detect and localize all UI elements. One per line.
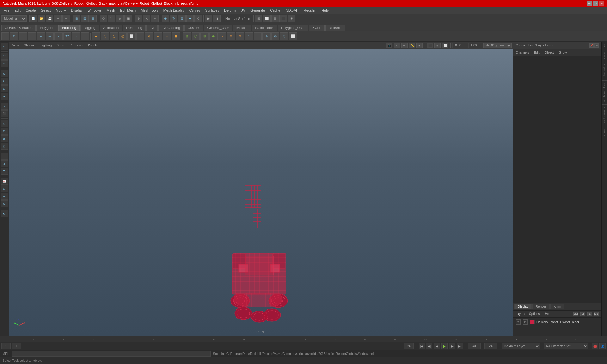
anim-layer-selector[interactable]: No Anim Layer [502, 343, 540, 349]
shelf-tab-curves-surfaces[interactable]: Curves / Surfaces [1, 25, 36, 31]
menu-3dtoall[interactable]: -3DtoAll- [283, 8, 301, 13]
save-scene-button[interactable]: 💾 [46, 15, 53, 22]
snap-to-view[interactable]: ▣ [124, 15, 132, 22]
select-tool[interactable]: ↖ [143, 15, 150, 22]
vp-menu-panels[interactable]: Panels [86, 43, 100, 48]
mel-input[interactable] [12, 351, 211, 357]
render-current[interactable]: ▶ [205, 15, 212, 22]
shelf-icon-bevel[interactable]: ⬡ [192, 32, 200, 40]
shade-button[interactable]: ⬜ [263, 15, 271, 22]
move-tool-btn[interactable]: ⊕ [1, 70, 8, 77]
vp-menu-lighting[interactable]: Lighting [39, 43, 53, 48]
playback-frame-input[interactable]: 48 [468, 343, 481, 349]
shelf-tab-fx[interactable]: FX [146, 25, 158, 31]
shelf-tab-polygons-user[interactable]: Polygons_User [278, 25, 308, 31]
wireframe-button[interactable]: ⊟ [271, 15, 279, 22]
shelf-tab-polygons[interactable]: Polygons [36, 25, 58, 31]
shelf-icon-mirror[interactable]: ⊣ [254, 32, 262, 40]
shelf-tab-general-user[interactable]: General_User [204, 25, 232, 31]
open-scene-button[interactable]: 📂 [38, 15, 45, 22]
play-back-btn[interactable]: ◀ [434, 343, 440, 349]
snap-to-grid[interactable]: ⊹ [100, 15, 107, 22]
shelf-icon-poly-torus[interactable]: ◎ [119, 32, 127, 40]
vp-menu-shading[interactable]: Shading [22, 43, 38, 48]
shelf-icon-poly-disc[interactable]: ○ [136, 32, 144, 40]
lasso-tool[interactable]: ⊹ [151, 15, 159, 22]
shelf-icon-separate[interactable]: ⊘ [271, 32, 279, 40]
vp-select-btn[interactable]: ↖ [394, 43, 400, 48]
menu-display[interactable]: Display [69, 8, 85, 13]
quick-layout-btn[interactable]: ⊹ [1, 153, 8, 160]
shelf-tab-rendering[interactable]: Rendering [123, 25, 146, 31]
display-tab-render[interactable]: Render [532, 304, 550, 309]
vp-grid-btn[interactable]: ⊞ [416, 43, 423, 48]
show-manip-btn[interactable]: ⬛ [1, 110, 8, 117]
lasso-tool-btn[interactable]: ⌒ [1, 53, 8, 60]
soft-select-btn[interactable]: ◎ [1, 103, 8, 110]
shelf-icon-bool-inter[interactable]: ⊗ [236, 32, 244, 40]
menu-generate[interactable]: Generate [248, 8, 267, 13]
shelf-icon-bool-union[interactable]: ⊎ [218, 32, 226, 40]
shelf-icon-curve6[interactable]: ⌤ [63, 32, 71, 40]
menu-mesh[interactable]: Mesh [104, 8, 118, 13]
shelf-icon-combine[interactable]: ⊕ [262, 32, 271, 40]
time-editor-btn[interactable]: ⊡ [1, 143, 8, 150]
menu-file[interactable]: File [1, 8, 12, 13]
step-forward-btn[interactable]: |▶ [449, 343, 455, 349]
layer-visibility-btn[interactable]: V [516, 319, 521, 325]
vp-menu-view[interactable]: View [10, 43, 21, 48]
shelf-tab-custom[interactable]: Custom [184, 25, 203, 31]
go-to-start-btn[interactable]: |◀ [419, 343, 425, 349]
right-strip-tool-settings[interactable]: Tool Settings [603, 105, 606, 125]
snap-to-point[interactable]: ⊕ [116, 15, 124, 22]
max-frame-input[interactable]: 24 [484, 343, 497, 349]
scale-tool[interactable]: ⊡ [178, 15, 186, 22]
workspace-selector[interactable]: Modeling [1, 15, 27, 22]
step-back-btn[interactable]: ◀| [426, 343, 432, 349]
shelf-icon-triangulate[interactable]: ▽ [280, 32, 288, 40]
undo-button[interactable]: ↩ [54, 15, 62, 22]
shelf-icon-extrude[interactable]: ⊞ [183, 32, 191, 40]
layer-forward-btn[interactable]: ▶ [587, 312, 592, 316]
vp-cam-btn[interactable]: 📷 [386, 43, 392, 48]
menu-uv[interactable]: UV [238, 8, 248, 13]
shelf-icon-smooth[interactable]: ⌂ [245, 32, 253, 40]
texture-button[interactable]: ⬛ [279, 15, 287, 22]
shelf-tab-fx-caching[interactable]: FX Caching [158, 25, 183, 31]
shelf-icon-poly-plane[interactable]: ⬜ [127, 32, 136, 40]
menu-surfaces[interactable]: Surfaces [203, 8, 222, 13]
viewport-3d[interactable]: persp X Y Z [9, 49, 513, 336]
shelf-tab-redshift[interactable]: Redshift [325, 25, 345, 31]
shelf-tab-muscle[interactable]: Muscle [233, 25, 251, 31]
move-tool[interactable]: ⊕ [162, 15, 169, 22]
menu-edit-mesh[interactable]: Edit Mesh [118, 8, 138, 13]
shelf-tab-rigging[interactable]: Rigging [80, 25, 99, 31]
gamma-selector[interactable]: sRGB gamma [483, 43, 512, 48]
select-by-component[interactable]: ⊞ [89, 15, 97, 22]
shelf-icon-quadrangulate[interactable]: ⬜ [289, 32, 297, 40]
shelf-icon-poly-cone[interactable]: △ [110, 32, 118, 40]
right-strip-channel-box[interactable]: Channel Box / Layer Editor [603, 42, 606, 80]
vp-snap-btn[interactable]: ⊕ [401, 43, 408, 48]
layer-back-btn[interactable]: ◀ [580, 312, 585, 316]
snap-to-curve[interactable]: ⌒ [108, 15, 115, 22]
shelf-icon-square[interactable]: □ [10, 32, 18, 40]
universal-manip[interactable]: ✦ [186, 15, 194, 22]
timeline-ruler[interactable]: 1 2 3 4 5 6 7 8 9 10 11 12 13 14 15 16 1… [0, 336, 607, 342]
vp-frame-field2[interactable]: 1.00 [468, 43, 479, 48]
character-set-selector[interactable]: No Character Set [544, 343, 588, 349]
display-tab-display[interactable]: Display [514, 304, 532, 309]
shelf-icon-curve5[interactable]: ⌣ [54, 32, 63, 40]
menu-deform[interactable]: Deform [222, 8, 238, 13]
menu-help[interactable]: Help [319, 8, 331, 13]
shelf-tab-sculpting[interactable]: Sculpting [58, 25, 80, 31]
right-strip-xgen[interactable]: XGen [603, 127, 606, 138]
maximize-button[interactable]: □ [593, 1, 598, 6]
auto-key-btn[interactable]: ⬤ [592, 343, 598, 349]
construction-history[interactable]: ⊙ [135, 15, 142, 22]
menu-modify[interactable]: Modify [53, 8, 68, 13]
universal-manip-btn[interactable]: ✦ [1, 93, 8, 100]
vp-shade-btn[interactable]: ⬛ [427, 43, 433, 48]
display-layers-btn[interactable]: ⊞ [1, 120, 8, 127]
shelf-icon-curve3[interactable]: ⌢ [37, 32, 45, 40]
